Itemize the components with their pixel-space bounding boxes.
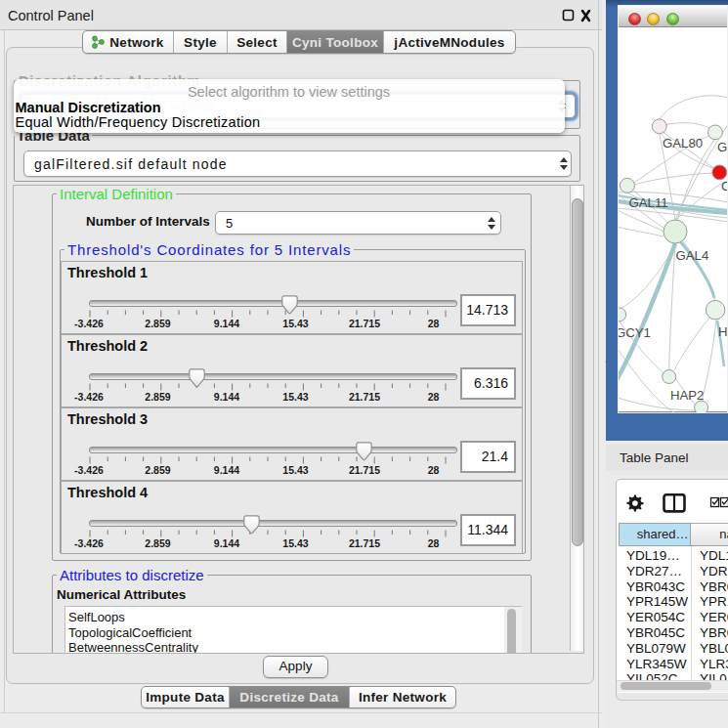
svg-text:GA: GA <box>717 140 727 154</box>
svg-text:C: C <box>721 179 727 193</box>
svg-text:H: H <box>718 324 727 339</box>
svg-text:HAP2: HAP2 <box>670 388 704 403</box>
svg-text:GAL80: GAL80 <box>663 136 703 150</box>
svg-text:GCY1: GCY1 <box>619 325 651 340</box>
svg-text:GAL4: GAL4 <box>676 248 709 263</box>
svg-text:GAL11: GAL11 <box>629 195 668 210</box>
